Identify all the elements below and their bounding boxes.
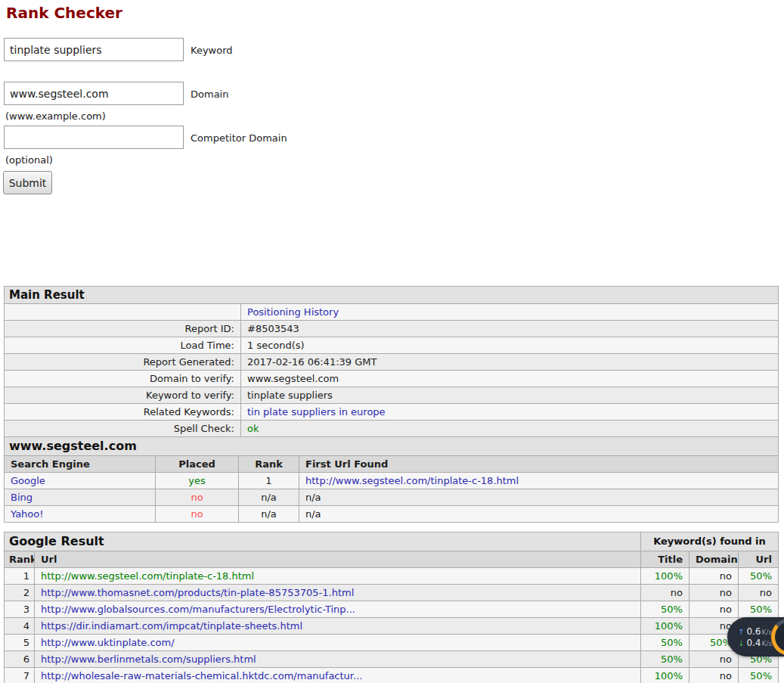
- domain-hint: (www.example.com): [5, 110, 106, 122]
- network-speed-widget[interactable]: ↑ 0.6 K/s ↓ 0.4 K/s: [727, 617, 784, 657]
- result-url: https://dir.indiamart.com/impcat/tinplat…: [35, 618, 641, 635]
- main-result-row: Positioning History: [5, 304, 779, 321]
- result-url-link[interactable]: http://www.berlinmetals.com/suppliers.ht…: [41, 654, 256, 665]
- result-value: 1 second(s): [241, 337, 779, 354]
- main-result-row: Related Keywords:tin plate suppliers in …: [5, 404, 779, 421]
- keyword-in-domain: no: [689, 601, 738, 618]
- col-kw-domain: Domain: [689, 551, 738, 568]
- result-url-link[interactable]: https://dir.indiamart.com/impcat/tinplat…: [41, 620, 302, 632]
- result-label: [5, 304, 241, 321]
- rank-number: 5: [5, 635, 35, 651]
- result-url-link[interactable]: http://www.uktinplate.com/: [41, 637, 175, 648]
- keyword-in-url: 50%: [738, 601, 778, 618]
- result-value: www.segsteel.com: [241, 371, 779, 387]
- search-engine-row: Bingnon/an/a: [5, 489, 779, 506]
- google-result-column-headers: Rank Url Title Domain Url: [5, 551, 779, 568]
- competitor-hint: (optional): [5, 154, 53, 166]
- keyword-input[interactable]: [4, 38, 184, 61]
- google-result-section: Google Result Keyword(s) found in Rank U…: [4, 532, 779, 683]
- keyword-in-domain: no: [689, 668, 738, 683]
- result-label: Load Time:: [5, 337, 241, 354]
- google-result-row: 3http://www.globalsources.com/manufactur…: [5, 601, 779, 618]
- domain-label: Domain: [191, 88, 228, 100]
- google-result-row: 1http://www.segsteel.com/tinplate-c-18.h…: [5, 568, 779, 585]
- keyword-in-title: 50%: [640, 635, 689, 651]
- rank-value: 1: [239, 473, 299, 489]
- col-kw-title: Title: [640, 551, 689, 568]
- competitor-domain-input[interactable]: [4, 126, 184, 149]
- result-url-link[interactable]: http://www.globalsources.com/manufacture…: [41, 604, 355, 615]
- search-engine-row: Yahoo!non/an/a: [5, 506, 779, 523]
- submit-button[interactable]: Submit: [3, 171, 52, 194]
- col-placed: Placed: [156, 456, 239, 473]
- main-result-header: Main Result: [5, 287, 779, 304]
- engine-name: Yahoo!: [5, 506, 156, 523]
- google-result-row: 7http://wholesale-raw-materials-chemical…: [5, 668, 779, 683]
- download-speed-unit: K/s: [761, 641, 772, 647]
- first-url-found: n/a: [299, 489, 779, 506]
- keyword-in-domain: no: [689, 568, 738, 585]
- google-result-row: 4https://dir.indiamart.com/impcat/tinpla…: [5, 618, 779, 635]
- keyword-label: Keyword: [191, 45, 233, 56]
- result-label: Report ID:: [5, 321, 241, 337]
- keyword-in-url: 50%: [738, 568, 778, 585]
- result-url-link[interactable]: http://www.thomasnet.com/products/tin-pl…: [41, 587, 354, 598]
- download-speed-value: 0.4: [746, 638, 761, 647]
- rank-number: 3: [5, 601, 35, 618]
- keyword-in-title: 100%: [640, 618, 689, 635]
- first-url-found: n/a: [299, 506, 779, 523]
- result-url: http://www.berlinmetals.com/suppliers.ht…: [35, 651, 641, 668]
- main-result-title: Main Result: [5, 287, 779, 304]
- placed-value: yes: [156, 473, 239, 489]
- main-result-row: Spell Check:ok: [5, 421, 779, 437]
- result-value: tin plate suppliers in europe: [241, 404, 779, 421]
- result-value-link[interactable]: Positioning History: [247, 306, 339, 318]
- rank-number: 1: [5, 568, 35, 585]
- keyword-in-domain: no: [689, 585, 738, 601]
- result-url-link[interactable]: http://wholesale-raw-materials-chemical.…: [41, 670, 362, 681]
- result-value: tinplate suppliers: [241, 387, 779, 404]
- result-url: http://www.uktinplate.com/: [35, 635, 641, 651]
- google-result-title: Google Result: [5, 532, 641, 551]
- result-value: ok: [241, 421, 779, 437]
- keyword-in-title: 50%: [640, 651, 689, 668]
- first-url-link[interactable]: http://www.segsteel.com/tinplate-c-18.ht…: [305, 475, 519, 486]
- engine-name: Bing: [5, 489, 156, 506]
- engine-link[interactable]: Google: [11, 475, 45, 486]
- col-search-engine: Search Engine: [5, 456, 156, 473]
- result-url: http://www.segsteel.com/tinplate-c-18.ht…: [35, 568, 641, 585]
- keyword-in-title: 100%: [640, 668, 689, 683]
- domain-input[interactable]: [4, 82, 184, 105]
- keyword-in-url: 50%: [738, 668, 778, 683]
- keyword-in-title: no: [640, 585, 689, 601]
- upload-arrow-icon: ↑: [738, 629, 744, 636]
- main-result-row: Keyword to verify:tinplate suppliers: [5, 387, 779, 404]
- search-engine-row: Googleyes1http://www.segsteel.com/tinpla…: [5, 473, 779, 489]
- keywords-found-in-label: Keyword(s) found in: [640, 532, 778, 551]
- main-result-row: Report ID:#8503543: [5, 321, 779, 337]
- engine-link[interactable]: Bing: [11, 492, 33, 503]
- result-url-link[interactable]: http://www.segsteel.com/tinplate-c-18.ht…: [41, 570, 254, 582]
- keyword-in-title: 100%: [640, 568, 689, 585]
- google-result-header: Google Result Keyword(s) found in: [5, 532, 779, 551]
- col-rank: Rank: [239, 456, 299, 473]
- upload-speed-value: 0.6: [746, 627, 761, 636]
- result-value-link[interactable]: tin plate suppliers in europe: [247, 406, 386, 418]
- search-engine-table: www.segsteel.com Search Engine Placed Ra…: [4, 436, 779, 523]
- google-result-row: 5http://www.uktinplate.com/50%50%no: [5, 635, 779, 651]
- result-value: #8503543: [241, 321, 779, 337]
- engine-link[interactable]: Yahoo!: [11, 508, 43, 520]
- col-kw-url: Url: [738, 551, 778, 568]
- keyword-in-domain: no: [689, 651, 738, 668]
- competitor-domain-label: Competitor Domain: [191, 132, 287, 144]
- net-widget-ring-icon: [771, 618, 784, 656]
- main-result-row: Report Generated:2017-02-16 06:41:39 GMT: [5, 354, 779, 371]
- result-url: http://www.globalsources.com/manufacture…: [35, 601, 641, 618]
- domain-section-header: www.segsteel.com: [5, 437, 779, 456]
- domain-section-title: www.segsteel.com: [5, 437, 779, 456]
- result-label: Report Generated:: [5, 354, 241, 371]
- result-url: http://www.thomasnet.com/products/tin-pl…: [35, 585, 641, 601]
- download-arrow-icon: ↓: [738, 640, 744, 647]
- engine-name: Google: [5, 473, 156, 489]
- result-label: Domain to verify:: [5, 371, 241, 387]
